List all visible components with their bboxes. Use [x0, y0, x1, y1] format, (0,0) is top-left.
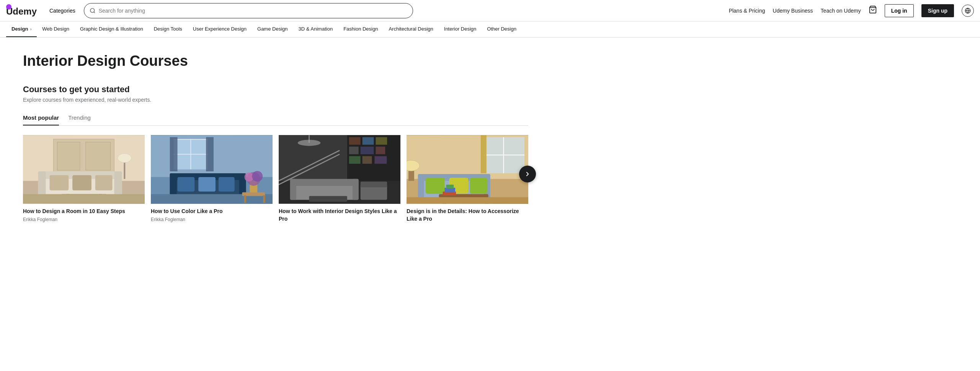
svg-rect-85 [470, 178, 487, 194]
udemy-business-link[interactable]: Udemy Business [773, 8, 813, 14]
section-subtitle: Explore courses from experienced, real-w… [23, 97, 528, 103]
svg-rect-70 [309, 196, 347, 202]
cat-item-design[interactable]: Design › [6, 21, 37, 37]
svg-rect-16 [50, 175, 69, 190]
courses-section: How to Design a Room in 10 Easy Steps Er… [23, 135, 528, 224]
categories-button[interactable]: Categories [46, 5, 79, 16]
svg-rect-39 [219, 177, 235, 192]
svg-rect-66 [290, 179, 296, 200]
svg-rect-18 [95, 175, 113, 190]
cat-item-ux[interactable]: User Experience Design [188, 21, 252, 37]
svg-rect-55 [361, 146, 374, 154]
svg-rect-46 [244, 195, 246, 203]
course-title-2: How to Use Color Like a Pro [151, 208, 273, 215]
svg-rect-10 [57, 142, 80, 170]
courses-grid: How to Design a Room in 10 Easy Steps Er… [23, 135, 528, 224]
course-card-1[interactable]: How to Design a Room in 10 Easy Steps Er… [23, 135, 145, 224]
svg-point-2 [90, 8, 95, 13]
svg-rect-37 [178, 177, 195, 192]
cat-item-fashion[interactable]: Fashion Design [338, 21, 383, 37]
svg-rect-54 [349, 146, 359, 154]
svg-rect-32 [206, 137, 214, 171]
navbar: Udemy Categories Plans & Pricing Udemy B… [0, 0, 980, 21]
carousel-next-button[interactable] [519, 166, 536, 182]
cat-item-architectural[interactable]: Architectural Design [383, 21, 438, 37]
page-title: Interior Design Courses [23, 53, 528, 69]
svg-rect-57 [349, 156, 361, 164]
tab-most-popular[interactable]: Most popular [23, 111, 59, 125]
course-thumb-3 [279, 135, 400, 204]
course-author-2: Erikka Fogleman [151, 217, 273, 222]
course-title-1: How to Design a Room in 10 Easy Steps [23, 208, 145, 215]
course-card-3[interactable]: How to Work with Interior Design Styles … [279, 135, 400, 224]
main-content: Interior Design Courses Courses to get y… [0, 37, 551, 239]
svg-rect-81 [418, 174, 424, 198]
cart-icon[interactable] [869, 5, 877, 16]
teach-link[interactable]: Teach on Udemy [821, 8, 861, 14]
search-input[interactable] [99, 8, 407, 14]
svg-rect-14 [38, 171, 46, 196]
course-title-3: How to Work with Interior Design Styles … [279, 208, 400, 223]
svg-rect-69 [361, 182, 387, 187]
signup-button[interactable]: Sign up [921, 4, 954, 17]
cat-item-webdesign[interactable]: Web Design [37, 21, 75, 37]
svg-rect-31 [170, 137, 178, 171]
svg-rect-83 [426, 178, 445, 194]
svg-rect-38 [198, 177, 216, 192]
udemy-logo[interactable]: Udemy [6, 4, 41, 17]
course-title-4: Design is in the Details: How to Accesso… [407, 208, 528, 223]
section-title: Courses to get you started [23, 85, 528, 94]
nav-links: Plans & Pricing Udemy Business Teach on … [729, 4, 974, 17]
course-card-4[interactable]: Design is in the Details: How to Accesso… [407, 135, 528, 224]
cat-item-3d[interactable]: 3D & Animation [293, 21, 338, 37]
login-button[interactable]: Log in [885, 4, 914, 17]
svg-point-1 [6, 4, 11, 10]
cat-item-graphic[interactable]: Graphic Design & Illustration [75, 21, 149, 37]
svg-rect-24 [23, 194, 145, 204]
course-author-1: Erikka Fogleman [23, 217, 145, 222]
svg-rect-52 [363, 137, 374, 145]
chevron-icon: › [30, 27, 31, 31]
plans-pricing-link[interactable]: Plans & Pricing [729, 8, 765, 14]
course-thumb-1 [23, 135, 145, 204]
svg-rect-35 [170, 173, 177, 196]
svg-rect-11 [86, 142, 111, 170]
svg-rect-76 [481, 135, 487, 173]
tab-trending[interactable]: Trending [68, 111, 91, 125]
cat-item-game[interactable]: Game Design [252, 21, 293, 37]
search-bar [84, 3, 413, 18]
course-card-2[interactable]: How to Use Color Like a Pro Erikka Fogle… [151, 135, 273, 224]
svg-rect-92 [446, 185, 454, 189]
cat-item-interior[interactable]: Interior Design [439, 21, 482, 37]
svg-rect-59 [374, 156, 387, 164]
category-nav: Design › Web Design Graphic Design & Ill… [0, 21, 980, 37]
language-icon[interactable] [962, 5, 974, 17]
logo[interactable]: Udemy [6, 4, 41, 17]
svg-rect-15 [114, 171, 122, 196]
svg-rect-93 [407, 197, 528, 204]
svg-rect-47 [263, 195, 265, 203]
tabs: Most popular Trending [23, 111, 528, 126]
course-thumb-4 [407, 135, 528, 204]
svg-point-43 [252, 171, 263, 182]
svg-line-3 [94, 12, 95, 13]
svg-point-23 [118, 153, 131, 163]
svg-rect-51 [349, 137, 361, 145]
cat-item-other[interactable]: Other Design [482, 21, 522, 37]
search-icon [90, 8, 96, 14]
svg-rect-53 [376, 137, 387, 145]
svg-rect-65 [290, 179, 359, 186]
svg-rect-17 [72, 175, 91, 190]
cat-item-tools[interactable]: Design Tools [149, 21, 188, 37]
svg-rect-67 [353, 179, 359, 200]
svg-rect-58 [363, 156, 372, 164]
course-thumb-2 [151, 135, 273, 204]
svg-rect-56 [376, 146, 385, 154]
